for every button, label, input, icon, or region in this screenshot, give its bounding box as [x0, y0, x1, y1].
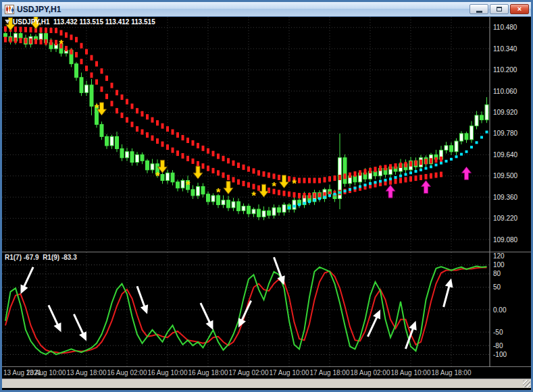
ohlc-label: USDJPY,H1 113.432 113.515 113.412 113.51…	[13, 18, 155, 26]
bottom-strip	[2, 379, 531, 388]
buy-arrow	[422, 181, 431, 194]
minimize-icon	[476, 11, 482, 13]
minimize-button[interactable]	[469, 4, 488, 14]
candle	[475, 111, 478, 130]
candle	[85, 81, 88, 96]
candle	[272, 204, 276, 219]
chart-window: USDJPY,H1 × 110.480110.340110.200110.060…	[0, 0, 533, 392]
chart-shift-icon[interactable]	[5, 20, 10, 24]
svg-text:*: *	[95, 102, 99, 115]
candle	[465, 132, 468, 143]
time-axis-labels: 13 Aug 202113 Aug 10:0013 Aug 18:0016 Au…	[2, 367, 531, 379]
candle	[268, 207, 271, 219]
svg-text:17 Aug 10:00: 17 Aug 10:00	[270, 369, 309, 376]
candle	[227, 196, 230, 211]
candle	[207, 192, 210, 205]
candle	[232, 198, 235, 211]
trend-arrow	[70, 312, 90, 343]
candle	[90, 79, 93, 115]
svg-text:18 Aug 02:00: 18 Aug 02:00	[351, 369, 390, 376]
trend-arrow	[45, 304, 64, 334]
candle	[136, 152, 139, 165]
candle	[126, 148, 129, 161]
svg-text:*: *	[292, 177, 297, 190]
svg-text:109.500: 109.500	[493, 172, 518, 179]
candle	[252, 207, 255, 217]
indicator-chart[interactable]: 12010080500.00-50-80-100	[2, 252, 531, 367]
candle	[450, 142, 453, 155]
close-button[interactable]: ×	[510, 4, 529, 14]
svg-text:100: 100	[493, 261, 505, 269]
candle	[262, 206, 265, 220]
svg-text:110.340: 110.340	[493, 45, 517, 53]
candle	[242, 204, 245, 215]
sell-arrow	[259, 184, 269, 197]
candle	[445, 142, 448, 153]
svg-text:120: 120	[493, 252, 505, 260]
candle	[282, 202, 286, 216]
indicator-label: R1(7) -67.9 R1(9) -83.3	[5, 254, 77, 261]
candle	[100, 121, 103, 140]
svg-text:13 Aug 18:00: 13 Aug 18:00	[67, 369, 107, 376]
candle	[110, 135, 113, 149]
candle	[455, 138, 458, 155]
candle	[75, 62, 78, 81]
app-icon	[5, 5, 14, 14]
candle	[293, 196, 296, 213]
candle	[166, 169, 170, 184]
restore-button[interactable]	[490, 4, 509, 14]
indicator-pane: 12010080500.00-50-80-100 R1(7) -67.9 R1(…	[2, 252, 531, 366]
buy-arrow	[462, 167, 472, 179]
svg-text:-50: -50	[493, 329, 503, 336]
sell-arrow	[224, 181, 233, 194]
candle	[151, 159, 154, 173]
candle	[141, 152, 144, 164]
candle	[343, 155, 347, 187]
window-title: USDJPY,H1	[17, 5, 468, 14]
svg-text:109.220: 109.220	[493, 215, 518, 222]
candle	[257, 204, 261, 220]
svg-text:18 Aug 10:00: 18 Aug 10:00	[391, 369, 431, 376]
time-axis[interactable]: 13 Aug 202113 Aug 10:0013 Aug 18:0016 Au…	[2, 366, 531, 379]
candle	[116, 132, 119, 152]
svg-text:109.780: 109.780	[493, 130, 518, 137]
svg-text:110.060: 110.060	[493, 88, 517, 95]
svg-text:109.640: 109.640	[493, 151, 518, 159]
sell-arrow	[193, 166, 203, 179]
titlebar[interactable]: USDJPY,H1 ×	[2, 2, 531, 17]
candle	[105, 134, 109, 149]
svg-text:-80: -80	[493, 342, 503, 349]
svg-text:*: *	[272, 180, 276, 193]
svg-text:109.360: 109.360	[493, 194, 518, 201]
candle	[211, 194, 215, 205]
svg-text:16 Aug 18:00: 16 Aug 18:00	[188, 369, 228, 376]
candle	[338, 134, 342, 209]
svg-text:0.00: 0.00	[493, 306, 507, 314]
candle	[278, 205, 281, 216]
candle	[222, 196, 225, 208]
svg-text:13 Aug 10:00: 13 Aug 10:00	[26, 369, 66, 376]
candle	[480, 111, 484, 123]
price-chart[interactable]: 110.480110.340110.200110.060109.920109.7…	[2, 17, 531, 252]
candle	[201, 184, 205, 198]
svg-text:*: *	[251, 190, 256, 202]
svg-text:109.920: 109.920	[493, 109, 518, 116]
svg-text:110.200: 110.200	[493, 66, 517, 74]
svg-text:18 Aug 18:00: 18 Aug 18:00	[432, 369, 472, 376]
price-pane: 110.480110.340110.200110.060109.920109.7…	[2, 17, 531, 252]
svg-text:*: *	[59, 38, 64, 51]
restore-icon	[497, 7, 502, 11]
svg-text:-100: -100	[493, 351, 507, 358]
trend-arrow	[235, 299, 255, 329]
trend-arrow	[270, 256, 288, 286]
svg-text:*: *	[216, 186, 221, 199]
candle	[460, 131, 463, 144]
candle	[130, 148, 134, 166]
svg-text:110.480: 110.480	[493, 24, 517, 31]
buy-arrow	[386, 185, 395, 198]
resize-grip-icon[interactable]	[523, 380, 530, 387]
candle	[146, 159, 149, 173]
candle	[247, 204, 251, 217]
candle	[176, 179, 180, 191]
candle	[197, 183, 200, 199]
